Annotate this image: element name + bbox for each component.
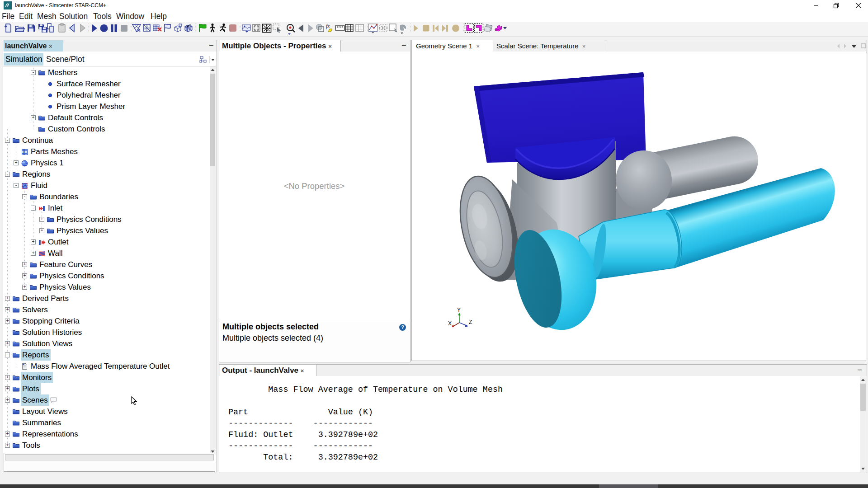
svg-text:Y: Y xyxy=(457,307,461,313)
svg-text:X: X xyxy=(448,320,452,327)
svg-text:fx: fx xyxy=(326,23,330,29)
svg-text:Z: Z xyxy=(469,319,472,325)
